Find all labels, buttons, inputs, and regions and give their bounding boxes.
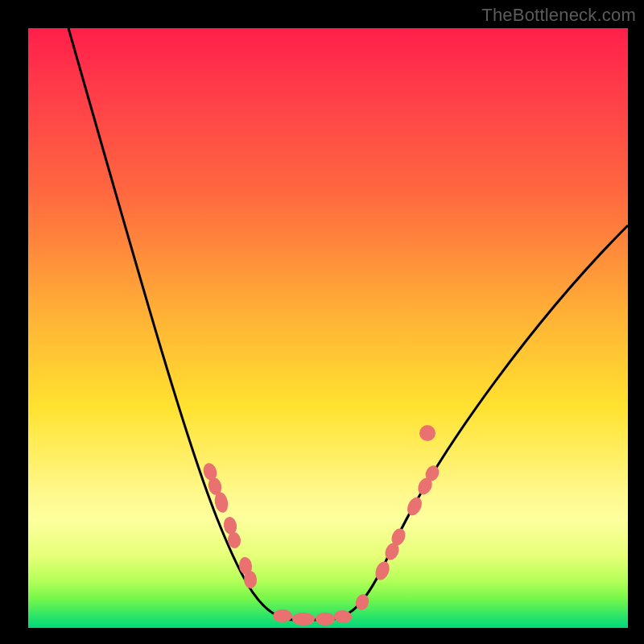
curve-marker [316,613,335,625]
plot-area [28,28,628,628]
curve-marker [405,495,425,518]
curve-marker [273,609,292,622]
chart-frame: TheBottleneck.com [0,0,644,644]
chart-svg [28,28,628,628]
curve-marker [292,613,315,625]
bottleneck-curve [68,28,628,620]
curve-markers [201,425,441,625]
curve-marker [419,425,436,441]
watermark-text: TheBottleneck.com [481,5,636,26]
